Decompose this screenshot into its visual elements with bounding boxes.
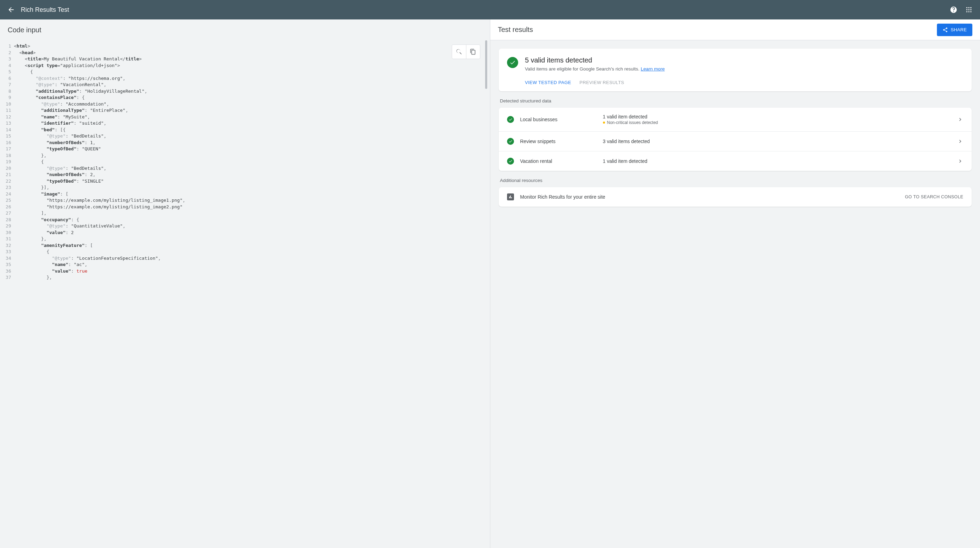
editor-toolbar [452,44,480,59]
line-gutter: 1234567891011121314151617181920212223242… [0,43,14,281]
svg-point-5 [970,9,971,10]
bar-chart-icon [507,194,514,200]
row-check-icon [507,116,514,123]
check-icon [508,118,512,122]
search-code-button[interactable] [452,45,466,59]
share-button[interactable]: SHARE [937,24,972,36]
results-title: Test results [498,26,937,34]
structured-data-row[interactable]: Review snippets 3 valid items detected [499,131,972,151]
check-icon [508,159,512,163]
structured-data-row[interactable]: Vacation rental 1 valid item detected [499,151,972,171]
summary-check-icon [507,57,518,68]
preview-results-button: PREVIEW RESULTS [580,80,625,85]
monitor-text: Monitor Rich Results for your entire sit… [520,194,899,200]
code-editor[interactable]: 1234567891011121314151617181920212223242… [0,40,490,548]
monitor-card: Monitor Rich Results for your entire sit… [499,187,972,206]
row-status: 1 valid item detected [603,158,951,164]
apps-button[interactable] [962,3,976,17]
app-title: Rich Results Test [21,6,947,14]
search-icon [456,48,463,55]
view-tested-page-button[interactable]: VIEW TESTED PAGE [525,80,571,85]
svg-point-0 [966,7,967,8]
results-pane: Test results SHARE 5 valid items detecte… [490,19,980,548]
apps-grid-icon [966,6,972,13]
warning-dot-icon [603,122,605,124]
chevron-right-icon [957,116,963,122]
summary-card: 5 valid items detected Valid items are e… [499,49,972,91]
row-check-icon [507,138,514,145]
app-bar: Rich Results Test [0,0,980,19]
learn-more-link[interactable]: Learn more [641,66,665,71]
detected-label: Detected structured data [500,98,972,103]
copy-code-button[interactable] [466,45,480,59]
svg-point-4 [968,9,969,10]
svg-rect-10 [510,195,511,198]
copy-icon [470,49,476,55]
summary-headline: 5 valid items detected [525,56,665,64]
structured-data-row[interactable]: Local businesses 1 valid item detected N… [499,108,972,131]
svg-point-3 [966,9,967,10]
scrollbar-thumb[interactable] [485,40,487,89]
share-label: SHARE [951,27,967,32]
code-lines: <html> <head> <title>My Beautiful Vacati… [14,43,490,281]
go-to-search-console-link[interactable]: GO TO SEARCH CONSOLE [905,194,963,199]
back-button[interactable] [4,3,18,17]
row-name: Vacation rental [520,158,597,164]
svg-point-2 [970,7,971,8]
code-area: 1234567891011121314151617181920212223242… [0,40,490,295]
summary-sub: Valid items are eligible for Google Sear… [525,66,665,71]
row-status: 3 valid items detected [603,138,951,144]
arrow-left-icon [7,6,15,14]
svg-point-6 [966,11,967,12]
main-content: Code input 12345678910111213141516171819… [0,19,980,548]
chevron-right-icon [957,138,963,145]
code-input-pane: Code input 12345678910111213141516171819… [0,19,490,548]
svg-rect-9 [509,197,510,198]
svg-rect-11 [511,197,512,198]
svg-point-7 [968,11,969,12]
row-name: Local businesses [520,117,597,122]
help-icon [950,6,958,14]
check-icon [509,59,516,66]
additional-label: Additional resources [500,178,972,183]
code-input-title: Code input [8,26,482,34]
svg-point-1 [968,7,969,8]
row-status: 1 valid item detected Non-critical issue… [603,114,951,125]
row-note: Non-critical issues detected [603,120,951,125]
structured-data-list: Local businesses 1 valid item detected N… [499,108,972,171]
share-icon [942,27,948,33]
check-icon [508,139,512,143]
svg-point-8 [970,11,971,12]
help-button[interactable] [947,3,961,17]
chevron-right-icon [957,158,963,164]
row-check-icon [507,158,514,165]
row-name: Review snippets [520,138,597,144]
